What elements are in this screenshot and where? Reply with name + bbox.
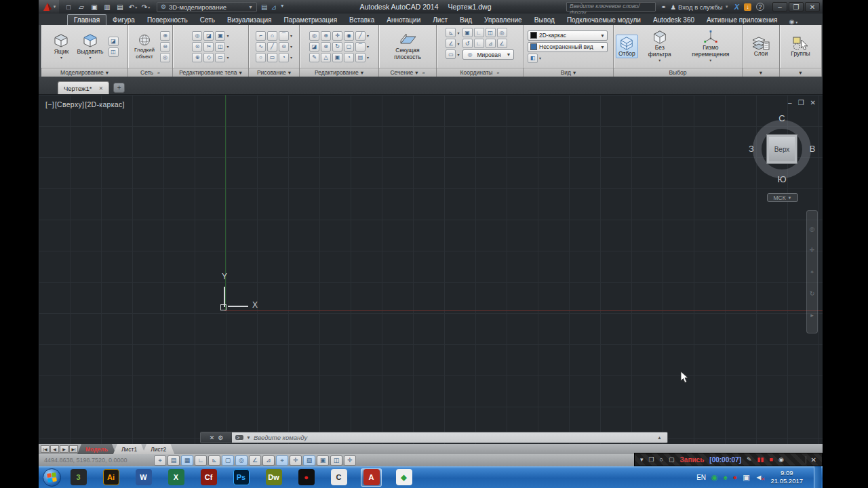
extrude-face-icon[interactable]: ◪ — [309, 42, 319, 52]
ribbon-tab-визуализация[interactable]: Визуализация — [221, 15, 277, 25]
taskbar-photoshop[interactable]: Ps — [231, 468, 252, 487]
fillet-icon[interactable]: ╱ — [355, 31, 366, 41]
ribbon-tab-фигура[interactable]: Фигура — [106, 15, 141, 25]
viewport-restore-icon[interactable]: ❐ — [798, 99, 804, 106]
line-icon[interactable]: ╱ — [267, 42, 277, 52]
smooth-object-button[interactable]: Гладкий объект — [130, 33, 159, 60]
rec-pause-icon[interactable]: ▮▮ — [757, 456, 764, 463]
presspull-icon[interactable]: ◪ — [108, 37, 119, 46]
drawing-recovery-icon[interactable]: ▤ — [261, 3, 267, 11]
new-file-icon[interactable]: □ — [63, 2, 74, 12]
recorder-close-icon[interactable]: ✕ — [806, 456, 816, 464]
intersect-icon[interactable]: ⊕ — [192, 53, 202, 62]
viewcube[interactable]: С Ю З В Верх — [745, 112, 819, 186]
layout-nav-1[interactable]: ◀ — [50, 445, 59, 453]
rec-menu-icon[interactable]: ▾ — [640, 456, 644, 463]
rotate-icon[interactable]: ↻ — [332, 42, 342, 52]
tray-network-icon[interactable]: ▣ — [743, 473, 749, 482]
render-icon[interactable]: ⊿ — [271, 3, 276, 11]
rec-pencil-icon[interactable]: ✎ — [747, 456, 752, 463]
compass-south[interactable]: Ю — [775, 174, 789, 184]
groups-button[interactable]: Группы — [789, 35, 812, 58]
taskbar-word[interactable]: W — [133, 468, 154, 487]
layout-nav-3[interactable]: ▶| — [69, 445, 78, 453]
arc-icon[interactable]: ⌒ — [279, 31, 289, 41]
panel-title[interactable]: Выбор — [614, 68, 742, 77]
ribbon-tab-вывод[interactable]: Вывод — [528, 15, 561, 25]
ribbon-tab-подключаемые-модули[interactable]: Подключаемые модули — [561, 15, 647, 25]
taskbar-clock[interactable]: 9:0921.05.2017 — [770, 469, 803, 485]
command-history-icon[interactable]: ▲ — [657, 435, 664, 440]
signin-button[interactable]: ♟ Вход в службы▼ — [670, 3, 728, 11]
taskbar-autocad[interactable]: A — [361, 468, 382, 487]
panel-title[interactable]: Сечение▾» — [379, 68, 436, 77]
zoom-icon[interactable]: ⌖ — [810, 268, 814, 276]
smooth-less-icon[interactable]: ⊖ — [160, 42, 170, 52]
ellipse-icon[interactable]: ◔ — [279, 53, 289, 62]
selection-cycling-toggle[interactable]: ◫ — [330, 455, 342, 466]
minimize-button[interactable]: – — [772, 2, 787, 12]
tray-record-icon[interactable]: ● — [733, 473, 738, 481]
viewport-minimize-icon[interactable]: – — [788, 99, 792, 106]
layout-tab-модель[interactable]: Модель — [77, 444, 116, 454]
shell-icon[interactable]: ◇ — [203, 53, 214, 62]
annotation-toggle[interactable]: ✛ — [344, 455, 356, 466]
layout-tab-лист2[interactable]: Лист2 — [142, 444, 174, 454]
viewport-config-icon[interactable]: ◧ — [528, 54, 538, 63]
help-icon[interactable]: ? — [756, 3, 764, 11]
snap-tracking-toggle[interactable]: ∠ — [249, 455, 261, 466]
ucs-3point-icon[interactable]: ∠ — [497, 39, 507, 48]
box-button[interactable]: Ящик▾ — [50, 32, 72, 61]
search-icon[interactable]: ⚭ — [660, 3, 666, 11]
polygon-icon[interactable]: ○ — [256, 53, 266, 62]
array-icon[interactable]: ▤ — [355, 53, 366, 62]
taskbar-3dsmax[interactable]: 3 — [68, 468, 89, 487]
panel-title[interactable]: ▾ — [780, 68, 821, 77]
rectangle-icon[interactable]: ▭ — [267, 53, 277, 62]
close-button[interactable]: ✕ — [805, 2, 820, 12]
viewport-controls-menu[interactable]: [−] — [45, 100, 54, 108]
visual-style-dropdown[interactable]: 2D-каркас▼ — [528, 30, 608, 41]
ribbon-tab-управление[interactable]: Управление — [478, 15, 528, 25]
copy-icon[interactable]: ▢ — [344, 42, 354, 52]
imprint-icon[interactable]: ✂ — [203, 42, 214, 52]
offset-icon[interactable]: ◔ — [344, 53, 354, 62]
taskbar-illustrator[interactable]: Ai — [100, 468, 121, 487]
taskbar-coldfusion[interactable]: Cf — [198, 468, 219, 487]
ribbon-tab-лист[interactable]: Лист — [427, 15, 454, 25]
ribbon-tab-поверхность[interactable]: Поверхность — [141, 15, 194, 25]
panel-title[interactable]: Координаты» — [437, 68, 523, 77]
ucs-world-icon[interactable]: ∟ — [474, 28, 484, 37]
slice-icon[interactable]: ◪ — [203, 31, 214, 41]
rec-zoom-icon[interactable]: ○ — [660, 456, 663, 463]
layout-nav-0[interactable]: |◀ — [41, 445, 50, 453]
close-icon[interactable]: ✕ — [210, 434, 215, 441]
ucs-view-icon[interactable]: ▭ — [446, 49, 456, 59]
panel-title[interactable]: Сеть» — [128, 68, 172, 77]
drawing-canvas[interactable]: [−][Сверху][2D-каркас] – ❐ ✕ X Y С Ю З В… — [39, 94, 823, 444]
ribbon-tab-активные-приложения[interactable]: Активные приложения — [701, 15, 783, 25]
updates-icon[interactable]: ↓ — [744, 3, 751, 11]
taskbar-updater[interactable]: ◆ — [393, 468, 414, 487]
taskbar-player[interactable]: C — [328, 468, 349, 487]
gizmo-button[interactable]: Гизмо перемещения▾ — [682, 29, 740, 63]
erase-icon[interactable]: ✎ — [309, 53, 319, 62]
layout-nav-2[interactable]: ▶ — [60, 445, 68, 453]
orbit-icon[interactable]: ↻ — [810, 290, 815, 297]
3d-scale-icon[interactable]: △ — [321, 53, 331, 62]
show-desktop-button[interactable] — [814, 466, 821, 488]
command-line-grip[interactable]: ✕ ⚙ — [201, 432, 232, 443]
tray-antivirus-icon[interactable]: ◉ — [711, 473, 718, 482]
3d-rotate-icon[interactable]: ⊛ — [321, 42, 331, 52]
close-icon[interactable]: ✕ — [98, 85, 103, 92]
panel-title[interactable]: Моделирование▾ — [41, 68, 127, 77]
document-tab[interactable]: Чертеж1*✕ — [58, 81, 109, 94]
command-input[interactable]: >_ ▼ Введите команду ▲ — [232, 432, 667, 443]
chevron-down-icon[interactable]: ▼ — [246, 435, 251, 440]
pan-icon[interactable]: ✛ — [810, 247, 815, 253]
tray-spade-icon[interactable]: ♠ — [724, 473, 728, 481]
helix-icon[interactable]: ⌂ — [267, 31, 277, 41]
save-as-icon[interactable]: ▥ — [102, 2, 113, 12]
rec-fullscreen-icon[interactable]: ▢ — [669, 456, 675, 463]
ribbon-tab-вид[interactable]: Вид — [454, 15, 478, 25]
